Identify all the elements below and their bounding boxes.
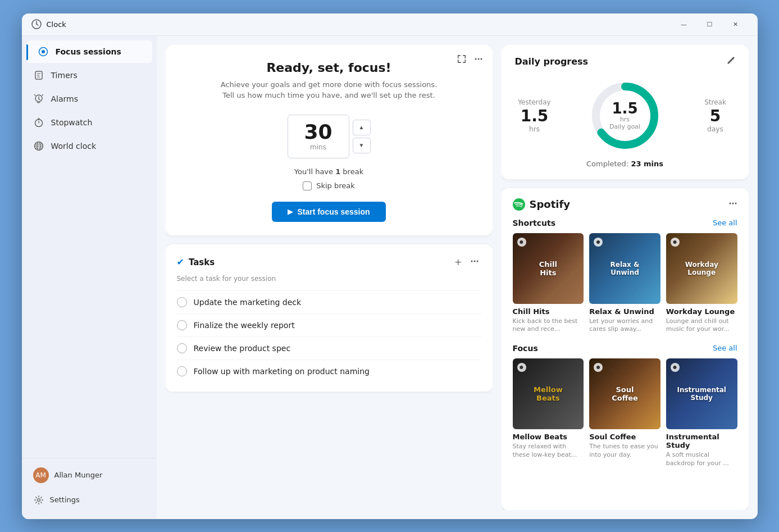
user-profile[interactable]: AM Allan Munger [31, 463, 148, 488]
progress-header: Daily progress [515, 56, 735, 67]
stat-streak: Streak 5 days [696, 98, 735, 133]
playlist-name-1: Relax & Unwind [589, 307, 660, 316]
shortcuts-grid: ChillHits ● Chill Hits Kick back to the … [513, 233, 737, 334]
left-column: Ready, set, focus! Achieve your goals an… [166, 45, 493, 510]
time-unit: mins [310, 143, 326, 151]
focus-card-title: Ready, set, focus! [184, 61, 475, 75]
playlist-name-2: Workday Lounge [666, 307, 737, 316]
playlist-item-chill-hits[interactable]: ChillHits ● Chill Hits Kick back to the … [513, 233, 584, 334]
sidebar-footer: AM Allan Munger Settings [22, 458, 157, 515]
tasks-more-button[interactable] [468, 256, 481, 269]
maximize-button[interactable]: ☐ [697, 15, 723, 33]
yesterday-label: Yesterday [515, 98, 554, 106]
task-text-3: Follow up with marketing on product nami… [194, 367, 370, 376]
sidebar-item-alarms[interactable]: Alarms [26, 88, 85, 110]
time-picker: 30 mins ▲ ▼ [184, 115, 475, 158]
sidebar-item-label-focus-sessions: Focus sessions [56, 47, 121, 56]
svg-line-2 [37, 24, 38, 25]
playlist-desc-2: Lounge and chill out music for your wor.… [666, 317, 737, 334]
shortcuts-section-header: Shortcuts See all [513, 219, 737, 228]
minimize-button[interactable]: — [671, 15, 697, 33]
cover-dot-relax: ● [594, 238, 603, 247]
sidebar-item-stopwatch[interactable]: Stopwatch [26, 111, 99, 134]
task-radio-3[interactable] [177, 366, 187, 376]
spotify-logo-text: Spotify [530, 198, 571, 210]
start-focus-button[interactable]: ▶ Start focus session [272, 202, 385, 222]
playlist-thumb-workday: WorkdayLounge ● [666, 233, 737, 304]
playlist-item-relax[interactable]: Relax &Unwind ● Relax & Unwind Let your … [589, 233, 660, 334]
sidebar: Focus sessions Timers [22, 36, 157, 519]
shortcuts-see-all[interactable]: See all [713, 219, 737, 227]
app-body: Focus sessions Timers [22, 36, 758, 519]
task-text-1: Finalize the weekly report [194, 321, 295, 330]
break-info: You'll have 1 break [184, 167, 475, 176]
svg-point-32 [735, 202, 736, 204]
task-radio-0[interactable] [177, 297, 187, 307]
time-decrement-button[interactable]: ▼ [353, 138, 371, 153]
time-box: 30 mins [288, 115, 349, 158]
progress-edit-button[interactable] [726, 56, 735, 67]
focus-card: Ready, set, focus! Achieve your goals an… [166, 45, 493, 235]
cover-dot-instrumental: ● [671, 363, 680, 372]
playlist-item-workday[interactable]: WorkdayLounge ● Workday Lounge Lounge an… [666, 233, 737, 334]
alarms-icon [33, 93, 44, 104]
tasks-add-button[interactable]: + [452, 256, 464, 269]
skip-break-checkbox[interactable] [303, 181, 312, 190]
settings-row[interactable]: Settings [31, 490, 148, 510]
task-item[interactable]: Finalize the weekly report [177, 313, 481, 337]
settings-icon [33, 494, 44, 506]
svg-point-20 [37, 498, 40, 501]
playlist-desc-0: Kick back to the best new and rece... [513, 317, 584, 334]
focus-card-fullscreen-icon[interactable] [455, 53, 468, 67]
svg-point-26 [476, 260, 478, 262]
sidebar-item-focus-sessions[interactable]: Focus sessions [26, 40, 152, 63]
focus-grid: MellowBeats ● Mellow Beats Stay relaxed … [513, 358, 737, 467]
main-content: Ready, set, focus! Achieve your goals an… [157, 36, 758, 519]
task-radio-1[interactable] [177, 320, 187, 330]
playlist-thumb-relax: Relax &Unwind ● [589, 233, 660, 304]
streak-label: Streak [696, 98, 735, 106]
playlist-item-soul[interactable]: SoulCoffee ● Soul Coffee The tunes to ea… [589, 358, 660, 467]
skip-break-label[interactable]: Skip break [316, 181, 355, 190]
skip-break-row: Skip break [184, 181, 475, 190]
svg-point-4 [42, 50, 45, 53]
close-button[interactable]: ✕ [723, 15, 749, 33]
playlist-item-mellow[interactable]: MellowBeats ● Mellow Beats Stay relaxed … [513, 358, 584, 467]
task-item[interactable]: Follow up with marketing on product nami… [177, 360, 481, 383]
sidebar-item-world-clock[interactable]: World clock [26, 135, 103, 157]
start-button-label: Start focus session [297, 207, 370, 216]
donut-chart: 1.5 hrs Daily goal [586, 76, 664, 155]
titlebar: Clock — ☐ ✕ [22, 13, 758, 36]
svg-point-31 [732, 202, 734, 204]
task-item[interactable]: Review the product spec [177, 337, 481, 360]
sidebar-item-timers[interactable]: Timers [26, 64, 84, 87]
time-increment-button[interactable]: ▲ [353, 120, 371, 135]
focus-card-toolbar [455, 53, 485, 67]
goal-value: 1.5 [609, 101, 640, 116]
goal-label: Daily goal [609, 123, 640, 130]
timers-icon [33, 70, 44, 81]
svg-point-23 [480, 58, 482, 60]
svg-point-30 [729, 202, 731, 204]
svg-point-21 [475, 58, 476, 60]
sidebar-nav: Focus sessions Timers [22, 40, 157, 458]
nav-item-wrapper-focus: Focus sessions [26, 40, 152, 64]
spotify-header: Spotify [513, 198, 737, 211]
focus-see-all[interactable]: See all [713, 344, 737, 352]
window-controls: — ☐ ✕ [671, 15, 749, 33]
time-value: 30 [304, 122, 332, 142]
tasks-title: Tasks [189, 257, 452, 267]
tasks-actions: + [452, 256, 481, 269]
focus-card-more-icon[interactable] [472, 53, 485, 67]
spotify-more-button[interactable] [728, 199, 737, 210]
playlist-item-instrumental[interactable]: InstrumentalStudy ● Instrumental Study A… [666, 358, 737, 467]
playlist-name-0: Chill Hits [513, 307, 584, 316]
task-item[interactable]: Update the marketing deck [177, 290, 481, 313]
sidebar-item-label-alarms: Alarms [51, 94, 79, 103]
playlist-desc-1: Let your worries and cares slip away... [589, 317, 660, 334]
task-radio-2[interactable] [177, 343, 187, 353]
app-icon [31, 19, 42, 30]
svg-point-22 [477, 58, 479, 60]
focus-section-title: Focus [513, 344, 713, 353]
focus-section-header: Focus See all [513, 344, 737, 353]
